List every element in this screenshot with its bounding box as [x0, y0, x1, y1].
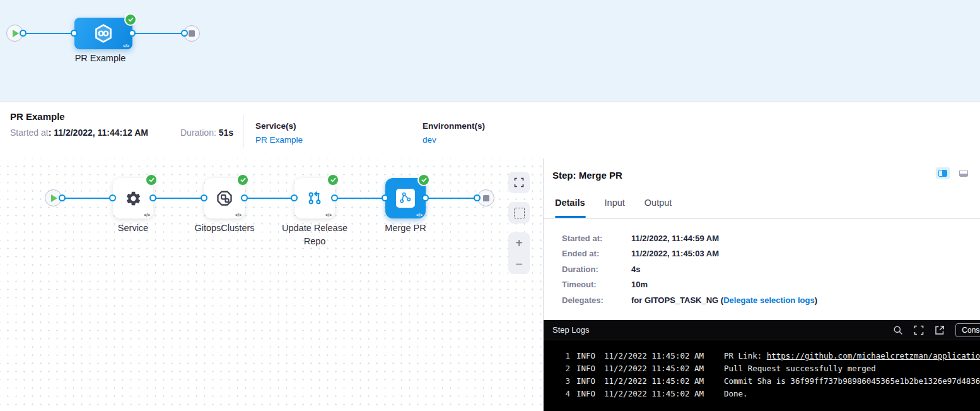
stage-node-label: PR Example [56, 53, 144, 63]
log-line-number: 3 [563, 375, 570, 388]
log-line-number: 1 [563, 350, 570, 362]
step-panel-title: Step: Merge PR [552, 170, 622, 181]
execution-summary-bar: PR Example Started at: 11/2/2022, 11:44:… [0, 102, 980, 159]
connector-port [291, 194, 298, 201]
execution-graph-canvas[interactable]: </> </> [0, 158, 544, 411]
detail-value: 10m [631, 280, 817, 289]
detail-value: 11/2/2022, 11:44:59 AM [631, 234, 817, 243]
log-line: 1 INFO 11/2/2022 11:45:02 AM PR Link: ht… [563, 350, 980, 362]
log-level: INFO [576, 362, 598, 375]
log-timestamp: 11/2/2022 11:45:02 AM [604, 362, 718, 375]
detail-value: for GITOPS_TASK_NG (Delegate selection l… [631, 295, 817, 305]
success-check-icon [124, 13, 137, 26]
expand-logs-icon[interactable] [914, 325, 924, 335]
connector-port [129, 30, 136, 37]
success-check-icon [145, 174, 158, 186]
code-icon: </> [235, 213, 242, 217]
services-header: Service(s) [255, 121, 303, 131]
zoom-out-button[interactable]: − [515, 258, 523, 270]
stage-node-pr-example[interactable]: </> [74, 18, 132, 49]
step-details-table: Started at: 11/2/2022, 11:44:59 AM Ended… [562, 230, 817, 308]
tab-output[interactable]: Output [645, 198, 672, 208]
log-line-number: 4 [563, 388, 570, 400]
fullscreen-button[interactable] [508, 172, 530, 193]
step-details-panel: Step: Merge PR Details Input Output Star… [543, 158, 980, 411]
step-node-update-release-repo[interactable]: </> [295, 178, 335, 218]
connector-port [109, 194, 116, 201]
code-icon: </> [123, 44, 129, 48]
step-node-merge-pr[interactable]: </> [385, 178, 426, 218]
step-node-service[interactable]: </> [113, 178, 153, 218]
delegate-selection-logs-link[interactable]: Delegate selection logs [723, 295, 815, 305]
detail-value: 11/2/2022, 11:45:03 AM [631, 249, 817, 258]
log-level: INFO [576, 388, 598, 400]
zoom-controls: + − [508, 232, 530, 274]
connector-port [71, 30, 78, 37]
marquee-select-button[interactable] [508, 202, 530, 223]
stage-pipeline-canvas: </> PR Example [0, 0, 980, 102]
step-label-merge-pr: Merge PR [358, 222, 453, 235]
log-line: 2 INFO 11/2/2022 11:45:02 AM Pull Reques… [563, 362, 980, 375]
stop-icon [189, 30, 195, 37]
service-link[interactable]: PR Example [255, 135, 303, 145]
pipeline-execution-page: </> PR Example PR Example Started at: 11… [0, 0, 980, 411]
environment-link[interactable]: dev [423, 135, 436, 145]
pipeline-title: PR Example [10, 111, 65, 122]
log-line: 3 INFO 11/2/2022 11:45:02 AM Commit Sha … [563, 375, 980, 388]
step-tabs: Details Input Output [555, 198, 672, 208]
layout-left-split-button[interactable] [977, 167, 980, 179]
success-check-icon [236, 174, 249, 186]
started-at-value: : 11/2/2022, 11:44:12 AM [49, 128, 148, 138]
summary-divider [243, 115, 243, 148]
detail-value: 4s [631, 265, 817, 274]
tab-details[interactable]: Details [555, 198, 585, 208]
connector-port [474, 194, 481, 201]
step-logs-title: Step Logs [552, 325, 590, 335]
layout-right-split-button[interactable] [936, 167, 950, 179]
detail-label: Started at: [562, 234, 631, 243]
tabs-divider [544, 218, 980, 219]
duration-label: Duration: [180, 128, 219, 138]
play-icon [13, 30, 19, 37]
detail-label: Timeout: [562, 280, 631, 289]
code-icon: </> [325, 213, 332, 217]
search-icon[interactable] [893, 325, 903, 335]
success-check-icon [327, 174, 339, 186]
detail-label: Ended at: [562, 249, 631, 258]
log-line-number: 2 [563, 362, 570, 375]
console-view-button[interactable]: Conso [955, 323, 980, 337]
step-logs-section: Step Logs Conso [544, 320, 980, 411]
detail-label: Duration: [562, 265, 631, 274]
log-level: INFO [576, 375, 598, 388]
log-message: Commit Sha is 36f99ff737b98986045365e1b2… [724, 375, 980, 388]
stop-icon [483, 195, 489, 201]
connector-port [241, 194, 248, 201]
duration-value: 51s [219, 128, 233, 138]
environments-column: Environment(s) dev [423, 121, 485, 145]
fullscreen-icon [514, 177, 524, 188]
log-timestamp: 11/2/2022 11:45:02 AM [604, 388, 718, 400]
log-level: INFO [576, 350, 598, 362]
connector-port [422, 194, 429, 201]
detail-row-delegates: Delegates: for GITOPS_TASK_NG (Delegate … [562, 292, 817, 308]
zoom-in-button[interactable]: + [515, 237, 523, 249]
detail-row-started: Started at: 11/2/2022, 11:44:59 AM [562, 230, 817, 246]
pr-link[interactable]: https://github.com/michaelcretzman/appli… [767, 351, 980, 360]
log-timestamp: 11/2/2022 11:45:02 AM [604, 350, 718, 362]
detail-row-ended: Ended at: 11/2/2022, 11:45:03 AM [562, 246, 817, 262]
layout-bottom-split-button[interactable] [957, 167, 971, 179]
open-in-new-icon[interactable] [935, 325, 945, 335]
detail-row-timeout: Timeout: 10m [562, 277, 817, 293]
log-message: Pull Request successfully merged [724, 362, 980, 375]
step-logs-console[interactable]: 1 INFO 11/2/2022 11:45:02 AM PR Link: ht… [544, 340, 980, 411]
connector-port [331, 194, 338, 201]
tab-input[interactable]: Input [605, 198, 625, 208]
panel-layout-toggle [936, 167, 980, 179]
clusters-icon [216, 189, 233, 207]
detail-label: Delegates: [562, 295, 631, 305]
marquee-icon [514, 208, 525, 218]
log-timestamp: 11/2/2022 11:45:02 AM [604, 375, 718, 388]
log-line: 4 INFO 11/2/2022 11:45:02 AM Done. [563, 388, 980, 400]
play-icon [51, 194, 57, 202]
step-node-gitopsclusters[interactable]: </> [204, 178, 245, 218]
